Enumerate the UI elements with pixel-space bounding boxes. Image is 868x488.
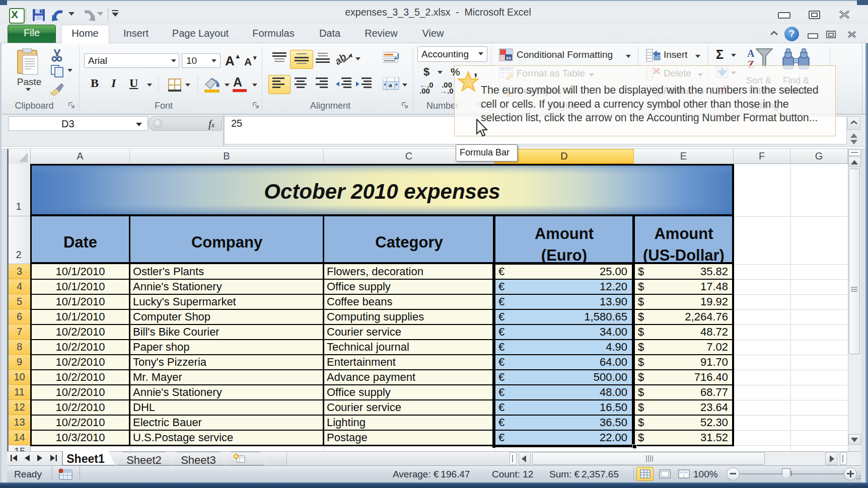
svg-text:ss: ss [506,55,511,60]
svg-text:A: A [747,48,755,59]
svg-text:a: a [389,81,392,89]
